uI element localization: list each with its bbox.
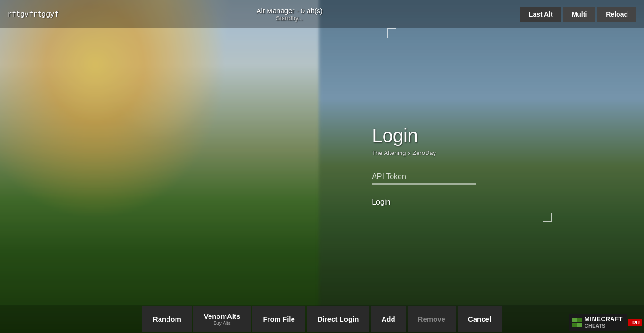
venom-alts-label: VenomAlts [204,312,241,320]
bg-overlay [0,0,644,333]
cancel-button[interactable]: Cancel [458,306,502,332]
bottom-bar: Random VenomAlts Buy Alts From File Dire… [0,305,644,333]
watermark-text: MINECRAFT CHEATS [585,316,623,329]
last-alt-button[interactable]: Last Alt [520,7,561,22]
direct-login-button[interactable]: Direct Login [307,306,369,332]
top-center-info: Alt Manager - 0 alt(s) Standby... [257,7,323,22]
corner-bracket-bottom-right [543,213,552,222]
watermark-box: MINECRAFT CHEATS [569,314,627,331]
corner-bracket-top-left [387,28,396,38]
venom-alts-sublabel: Buy Alts [214,321,231,326]
alt-manager-title: Alt Manager - 0 alt(s) [257,7,323,15]
watermark: MINECRAFT CHEATS .RU [569,314,642,331]
random-button[interactable]: Random [142,306,192,332]
top-right-buttons: Last Alt Multi Reload [520,7,636,22]
top-bar: rftgvfrtggyf Alt Manager - 0 alt(s) Stan… [0,0,644,28]
api-token-input[interactable] [372,169,476,184]
add-button[interactable]: Add [371,306,405,332]
status-label: Standby... [257,15,323,22]
remove-button[interactable]: Remove [408,306,456,332]
login-panel: Login The Altening x ZeroDay Login [372,125,504,208]
login-title: Login [372,125,504,146]
minecraft-icon [572,318,582,327]
venom-alts-button[interactable]: VenomAlts Buy Alts [193,306,251,332]
reload-button[interactable]: Reload [597,7,636,22]
login-subtitle: The Altening x ZeroDay [372,149,504,156]
watermark-cheats: CHEATS [585,323,605,329]
watermark-minecraft: MINECRAFT [585,316,623,323]
login-button[interactable]: Login [372,196,390,208]
watermark-ru: .RU [628,319,642,326]
from-file-button[interactable]: From File [252,306,305,332]
client-name-label: rftgvfrtggyf [8,10,59,18]
multi-button[interactable]: Multi [563,7,596,22]
